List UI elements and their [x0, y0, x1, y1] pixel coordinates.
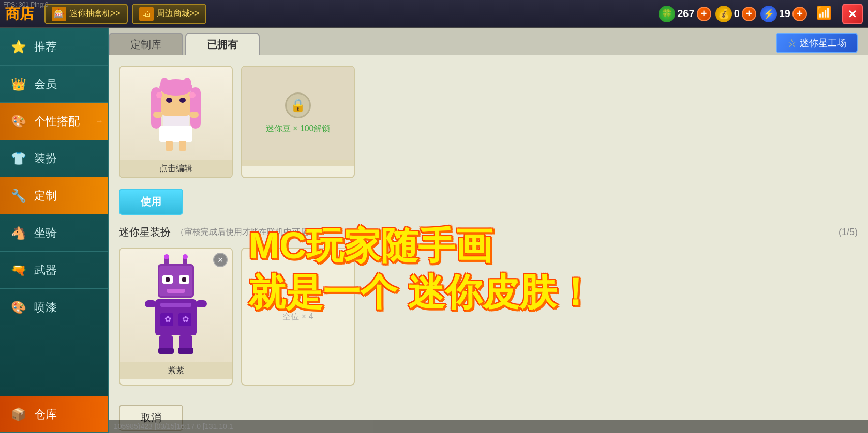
outfit-card-2[interactable]: 🔒 迷你豆 × 100解锁 [241, 66, 355, 178]
svg-point-8 [179, 98, 186, 103]
svg-rect-20 [166, 277, 170, 282]
add-currency3-button[interactable]: + [792, 7, 807, 21]
tabs-row: 定制库 已拥有 ☆ 迷你星工场 [109, 28, 868, 55]
svg-rect-13 [189, 112, 199, 118]
custom-card-1[interactable]: × [119, 248, 233, 386]
sidebar-label-member: 会员 [34, 76, 57, 92]
recommend-icon: ⭐ [8, 37, 29, 57]
sidebar-label-spray: 喷漆 [34, 300, 57, 315]
svg-rect-35 [158, 348, 174, 354]
mini-star-label: 迷你星工场 [800, 37, 846, 49]
sidebar-label-weapon: 武器 [34, 262, 57, 278]
svg-point-7 [166, 98, 172, 103]
add-currency2-button[interactable]: + [742, 7, 756, 21]
svg-rect-22 [167, 289, 185, 293]
svg-rect-10 [166, 141, 173, 151]
peripheral-shop-btn[interactable]: 🛍 周边商城>> [132, 4, 207, 24]
warehouse-icon: 📦 [8, 404, 29, 425]
sidebar-label-personal: 个性搭配 [34, 114, 80, 129]
blue-currency-icon: ⚡ [760, 6, 777, 22]
gold-currency-icon: 💰 [715, 6, 732, 22]
sidebar-item-recommend[interactable]: ⭐ 推荐 [0, 28, 108, 66]
status-bar: 105985)423 [03/15]16:17.0 [131.10.1 [109, 420, 868, 433]
outfit-card-2-label [242, 160, 354, 166]
outfit-card-1[interactable]: 点击编辑 [119, 66, 233, 178]
sidebar-label-recommend: 推荐 [34, 39, 57, 55]
sidebar-label-warehouse: 仓库 [34, 407, 57, 422]
spray-icon: 🎨 [8, 297, 29, 318]
sidebar: ⭐ 推荐 👑 会员 🎨 个性搭配 → 👕 装扮 🔧 定制 🐴 坐骑 🔫 武器 🎨… [0, 28, 109, 433]
outfit-card-2-image: 🔒 迷你豆 × 100解锁 [242, 67, 354, 160]
svg-rect-9 [159, 126, 192, 142]
svg-rect-28 [160, 303, 191, 307]
section-count: (1/5) [839, 227, 858, 238]
slot-card: 空位 × 4 [241, 248, 355, 386]
custom-card-1-image: ✿ ✿ [120, 249, 232, 362]
tab-customize-lib[interactable]: 定制库 [109, 33, 183, 55]
weapon-icon: 🔫 [8, 260, 29, 281]
gacha-icon: 🎰 [52, 7, 66, 21]
svg-rect-36 [178, 348, 193, 354]
character-svg-1 [140, 69, 212, 157]
svg-rect-11 [179, 141, 186, 151]
custom-card-1-label: 紫紫 [120, 362, 232, 379]
content-area[interactable]: 点击编辑 🔒 迷你豆 × 100解锁 使用 迷你星装扮 （审核完成后使用才能在联… [109, 55, 868, 433]
tab-owned[interactable]: 已拥有 [185, 33, 260, 55]
section-title: 迷你星装扮 [119, 225, 171, 239]
svg-point-5 [160, 78, 169, 90]
gacha-label: 迷你抽盒机>> [69, 8, 121, 19]
sidebar-item-warehouse[interactable]: 📦 仓库 [0, 396, 108, 433]
outfit-card-1-label: 点击编辑 [120, 160, 232, 177]
sidebar-item-mount[interactable]: 🐴 坐骑 [0, 214, 108, 252]
outfit-icon: 👕 [8, 148, 29, 169]
personal-icon: 🎨 [8, 111, 29, 132]
green-currency-icon: 🍀 [659, 6, 675, 22]
currency-group: 🍀 267 + 💰 0 + ⚡ 19 + 📶 × [659, 4, 863, 24]
peripheral-label: 周边商城>> [157, 8, 200, 19]
currency-item-gold: 💰 0 + [715, 6, 756, 22]
outfit-card-1-image [120, 67, 232, 160]
svg-text:✿: ✿ [164, 315, 171, 323]
status-text: 105985)423 [03/15]16:17.0 [131.10.1 [114, 422, 233, 430]
customize-icon: 🔧 [8, 185, 29, 206]
fps-info: FPS: 301 Ping:0 [0, 0, 51, 9]
gacha-btn[interactable]: 🎰 迷你抽盒机>> [44, 4, 128, 24]
sidebar-item-outfit[interactable]: 👕 装扮 [0, 140, 108, 177]
currency-item-green: 🍀 267 + [659, 6, 711, 22]
member-icon: 👑 [8, 74, 29, 95]
signal-icon: 📶 [816, 6, 833, 22]
main-content: 定制库 已拥有 ☆ 迷你星工场 [109, 28, 868, 433]
sidebar-label-outfit: 装扮 [34, 151, 57, 166]
section-header: 迷你星装扮 （审核完成后使用才能在联机中可见） (1/5) [119, 225, 858, 239]
section-subtitle: （审核完成后使用才能在联机中可见） [176, 227, 317, 238]
lock-circle: 🔒 [285, 92, 311, 118]
currency-item-lightning: ⚡ 19 + [760, 6, 807, 22]
custom-card-close-button[interactable]: × [213, 253, 228, 267]
custom-outfit-grid: × [119, 248, 858, 386]
sidebar-label-mount: 坐骑 [34, 225, 57, 241]
sidebar-item-weapon[interactable]: 🔫 武器 [0, 252, 108, 289]
sidebar-item-personal[interactable]: 🎨 个性搭配 → [0, 103, 108, 140]
lock-text: 迷你豆 × 100解锁 [266, 123, 331, 134]
purple-char-svg: ✿ ✿ [145, 254, 207, 357]
add-currency1-button[interactable]: + [697, 7, 711, 21]
currency-value-2: 0 [734, 8, 740, 20]
sidebar-item-spray[interactable]: 🎨 喷漆 [0, 289, 108, 326]
use-button[interactable]: 使用 [119, 189, 183, 215]
svg-rect-37 [145, 300, 156, 307]
top-bar: 商店 🎰 迷你抽盒机>> 🛍 周边商城>> 🍀 267 + 💰 0 + ⚡ 19… [0, 0, 868, 28]
close-button[interactable]: × [842, 4, 863, 24]
sidebar-item-customize[interactable]: 🔧 定制 [0, 177, 108, 214]
mount-icon: 🐴 [8, 223, 29, 243]
sidebar-label-customize: 定制 [34, 188, 57, 204]
svg-point-26 [183, 254, 188, 259]
svg-point-25 [164, 254, 169, 259]
svg-rect-21 [182, 277, 186, 282]
slot-text: 空位 × 4 [282, 312, 313, 322]
bag-icon: 🛍 [139, 7, 154, 21]
currency-value-1: 267 [677, 8, 694, 20]
svg-point-15 [189, 92, 196, 98]
sidebar-item-member[interactable]: 👑 会员 [0, 66, 108, 103]
personal-arrow: → [95, 117, 103, 126]
mini-star-workshop-btn[interactable]: ☆ 迷你星工场 [776, 33, 858, 53]
